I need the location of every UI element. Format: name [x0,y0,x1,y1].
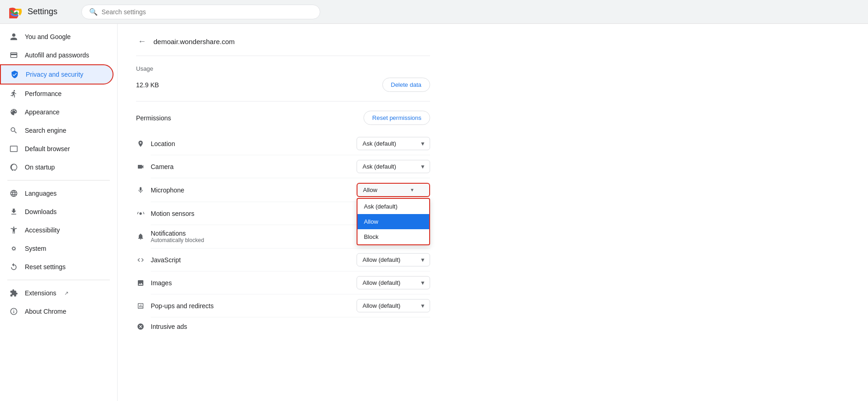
permission-left-images: Images [136,278,172,288]
sidebar-item-label-system: System [25,245,46,252]
on-startup-icon [9,163,18,172]
sidebar-item-autofill[interactable]: Autofill and passwords [0,46,113,64]
camera-select[interactable]: Ask (default) [357,160,430,173]
notifications-sublabel: Automatically blocked [151,237,204,243]
sidebar-item-label-reset-settings: Reset settings [25,263,66,271]
permission-left-notifications: NotificationsAutomatically blocked [136,230,204,243]
external-link-icon: ↗ [64,290,68,296]
search-icon: 🔍 [89,8,98,16]
usage-label: Usage [136,65,430,72]
dropdown-option-ask[interactable]: Ask (default) [357,199,429,214]
permission-row-images: ImagesAllow (default)▼ [136,271,430,294]
permission-row-popups: Pop-ups and redirectsAllow (default)▼ [136,294,430,317]
usage-size: 12.9 KB [136,81,159,89]
permissions-header: Permissions Reset permissions [136,111,430,125]
sidebar-item-label-autofill: Autofill and passwords [25,51,89,59]
back-button[interactable]: ← [136,35,148,48]
extensions-icon [9,288,18,298]
languages-icon [9,189,18,198]
sidebar-divider [7,280,110,280]
notifications-permission-icon [136,232,145,241]
javascript-select[interactable]: Allow (default) [357,253,430,266]
sidebar-item-languages[interactable]: Languages [0,184,113,203]
search-bar[interactable]: 🔍 [81,5,320,19]
sidebar-item-label-performance: Performance [25,90,62,97]
sidebar-item-label-accessibility: Accessibility [25,226,60,234]
microphone-permission-icon [136,186,145,195]
top-bar: Settings 🔍 [0,0,868,24]
images-label: Images [151,279,172,287]
sidebar-item-label-languages: Languages [25,190,57,197]
notifications-label: Notifications [151,230,204,237]
accessibility-icon [9,226,18,235]
microphone-dropdown-menu: Ask (default)AllowBlock [357,198,430,245]
sidebar-item-label-downloads: Downloads [25,208,57,215]
sidebar-item-downloads[interactable]: Downloads [0,203,113,221]
sidebar-item-label-privacy-security: Privacy and security [26,71,83,78]
sidebar-item-system[interactable]: System [0,239,113,258]
sidebar-item-extensions[interactable]: Extensions↗ [0,284,113,302]
sidebar-item-appearance[interactable]: Appearance [0,103,113,121]
permissions-section: Permissions Reset permissions LocationAs… [136,102,430,345]
microphone-select-wrapper: Allow▼Ask (default)AllowBlock [357,183,430,197]
javascript-permission-icon [136,255,145,265]
permission-left-microphone: Microphone [136,186,184,195]
permissions-list: LocationAsk (default)▼CameraAsk (default… [136,132,430,336]
delete-data-button[interactable]: Delete data [382,78,431,92]
site-header: ← demoair.wondershare.com [136,24,430,56]
site-url: demoair.wondershare.com [153,38,235,45]
intrusive-ads-permission-icon [136,322,145,331]
permission-row-microphone: MicrophoneAllow▼Ask (default)AllowBlock [136,178,430,202]
search-engine-icon [9,126,18,135]
sidebar-item-accessibility[interactable]: Accessibility [0,221,113,239]
camera-select-wrapper: Ask (default)▼ [357,160,430,173]
dropdown-option-allow[interactable]: Allow [357,214,429,229]
performance-icon [9,89,18,98]
sidebar-item-label-extensions: Extensions [25,289,56,297]
sidebar-item-label-default-browser: Default browser [25,145,70,152]
sidebar-item-you-google[interactable]: You and Google [0,28,113,46]
sidebar-item-on-startup[interactable]: On startup [0,158,113,176]
microphone-label: Microphone [151,186,184,194]
dropdown-option-block[interactable]: Block [357,229,429,244]
permission-row-intrusive-ads: Intrusive ads [136,317,430,336]
images-select[interactable]: Allow (default) [357,276,430,289]
popups-permission-icon [136,301,145,311]
sidebar-item-label-search-engine: Search engine [25,127,66,134]
popups-select-wrapper: Allow (default)▼ [357,299,430,312]
sidebar-item-search-engine[interactable]: Search engine [0,121,113,140]
sidebar-item-about-chrome[interactable]: About Chrome [0,302,113,321]
about-chrome-icon [9,307,18,316]
content-area: ← demoair.wondershare.com Usage 12.9 KB … [118,24,868,401]
page-title: Settings [28,7,57,17]
sidebar: You and GoogleAutofill and passwordsPriv… [0,24,118,401]
chrome-logo [9,6,22,18]
permission-row-location: LocationAsk (default)▼ [136,132,430,155]
images-select-wrapper: Allow (default)▼ [357,276,430,289]
permission-left-location: Location [136,139,175,148]
sidebar-item-label-on-startup: On startup [25,164,55,171]
permission-left-camera: Camera [136,162,174,171]
microphone-chevron-icon: ▼ [410,187,414,192]
search-input[interactable] [102,8,312,16]
sidebar-item-label-appearance: Appearance [25,108,60,116]
sidebar-item-label-about-chrome: About Chrome [25,308,66,315]
permission-row-javascript: JavaScriptAllow (default)▼ [136,249,430,271]
reset-permissions-button[interactable]: Reset permissions [363,111,430,125]
sidebar-item-reset-settings[interactable]: Reset settings [0,258,113,276]
location-select[interactable]: Ask (default) [357,137,430,150]
sidebar-item-privacy-security[interactable]: Privacy and security [0,64,113,85]
sidebar-item-default-browser[interactable]: Default browser [0,140,113,158]
microphone-dropdown-container: Allow▼Ask (default)AllowBlock [357,183,430,197]
sidebar-item-performance[interactable]: Performance [0,85,113,103]
reset-settings-icon [9,262,18,271]
motion-sensors-permission-icon [136,209,145,218]
main-layout: You and GoogleAutofill and passwordsPriv… [0,24,868,401]
microphone-select[interactable]: Allow▼ [357,183,430,197]
permission-left-popups: Pop-ups and redirects [136,301,214,311]
location-select-wrapper: Ask (default)▼ [357,137,430,150]
appearance-icon [9,107,18,117]
popups-select[interactable]: Allow (default) [357,299,430,312]
location-permission-icon [136,139,145,148]
privacy-security-icon [10,70,19,79]
